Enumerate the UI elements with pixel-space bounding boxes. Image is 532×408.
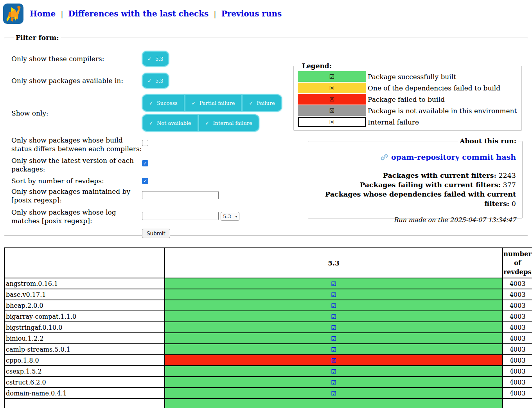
nav-link-differences-with-the-last-checks[interactable]: Differences with the last checks: [68, 9, 209, 18]
legend-item-label: Package successfully built: [368, 73, 456, 81]
build-success-link[interactable]: ☑: [331, 390, 336, 397]
show-only-not-available[interactable]: ✓Not available: [142, 114, 198, 132]
check-icon: ✓: [149, 100, 153, 106]
legend-item: ☒One of the dependencies failed to build: [298, 83, 518, 93]
check-icon: ✓: [149, 120, 153, 126]
nav-links: Home|Differences with the last checks|Pr…: [30, 9, 282, 18]
legend-item-label: Internal failure: [368, 118, 419, 126]
build-success-link[interactable]: ☑: [331, 368, 336, 375]
show-only-button-groups: ✓Success✓Partial failure✓Failure✓Not ava…: [142, 94, 282, 132]
build-status-cell: ☑: [165, 278, 503, 289]
check-icon: ✓: [249, 100, 253, 106]
log-match-label: Only show packages whose log matches [po…: [11, 208, 142, 225]
revdeps-count: [503, 399, 532, 408]
check-icon: ✓: [192, 100, 196, 106]
run-stat-value: 0: [512, 200, 516, 208]
build-status-cell: ☑: [165, 377, 503, 388]
top-nav: Home|Differences with the last checks|Pr…: [3, 3, 529, 24]
package-name: bigstringaf.0.10.0: [4, 322, 165, 333]
build-success-link[interactable]: ☑: [331, 346, 336, 353]
compilers-label: Only show these compilers:: [11, 54, 142, 63]
revdeps-count: 4003: [503, 366, 532, 377]
show-only-internal-failure[interactable]: ✓Internal failure: [198, 114, 259, 132]
compilers-buttons: ✓5.3: [142, 51, 169, 67]
results-header-row: 5.3 number of revdeps: [4, 248, 532, 278]
about-this-run: About this run: opam-repository commit h…: [308, 137, 523, 218]
build-status-cell: ☑: [165, 300, 503, 311]
package-name: cppo.1.8.0: [4, 355, 165, 366]
table-row: csexp.1.5.2☑4003: [4, 366, 532, 377]
filter-checkbox[interactable]: ✓: [142, 178, 148, 184]
build-success-link[interactable]: ☑: [331, 379, 336, 386]
build-success-link[interactable]: ☑: [331, 302, 336, 309]
run-stat-value: 377: [503, 181, 516, 189]
legend-box: Legend: ☑Package successfully built☒One …: [293, 62, 522, 131]
build-success-link[interactable]: ☑: [331, 280, 336, 287]
run-stat-label: Packages whose dependencies failed with …: [325, 190, 516, 208]
table-row: camlp-streams.5.0.1☑4003: [4, 344, 532, 355]
table-row: bheap.2.0.0☑4003: [4, 300, 532, 311]
available-toggle-5.3[interactable]: ✓5.3: [142, 73, 169, 88]
build-success-link[interactable]: ☑: [331, 291, 336, 298]
package-name: domain-name.0.4.1: [4, 388, 165, 399]
legend-color-swatch: ☒: [298, 117, 366, 127]
log-compiler-select[interactable]: 5.3 ▾: [221, 212, 239, 221]
filter-checkbox[interactable]: [142, 140, 148, 146]
package-name: [4, 399, 165, 408]
show-only-success[interactable]: ✓Success: [142, 94, 185, 112]
maintained-label: Only show packages maintained by [posix …: [11, 187, 142, 204]
opam-repo-commit-link-label: opam-repository commit hash: [391, 153, 516, 161]
revdeps-count: 4003: [503, 278, 532, 289]
legend-item: ☒Package failed to build: [298, 94, 518, 105]
build-status-cell: [165, 399, 503, 408]
legend-box-title: Legend:: [300, 62, 334, 70]
opam-repo-commit-link[interactable]: opam-repository commit hash: [380, 153, 516, 161]
compiler-column-header: 5.3: [165, 248, 503, 278]
package-column-header: [4, 248, 165, 278]
maintained-input[interactable]: [142, 191, 219, 199]
run-stat-label: Packages with current filters:: [383, 172, 496, 179]
show-only-group: ✓Success✓Partial failure✓Failure: [142, 94, 282, 112]
check-icon: ✓: [147, 78, 152, 84]
checkbox-label: Only show packages whose build status di…: [11, 136, 142, 153]
nav-link-previous-runs[interactable]: Previous runs: [221, 9, 282, 18]
revdeps-column-header: number of revdeps: [503, 248, 532, 278]
show-only-failure[interactable]: ✓Failure: [242, 94, 282, 112]
package-name: angstrom.0.16.1: [4, 278, 165, 289]
legend-items: ☑Package successfully built☒One of the d…: [298, 71, 518, 127]
run-stat: Packages with current filters: 2243: [315, 171, 516, 180]
available-buttons: ✓5.3: [142, 73, 169, 88]
build-failure-link[interactable]: ☒: [331, 357, 336, 364]
table-row: [4, 399, 532, 408]
build-success-link[interactable]: ☑: [331, 313, 336, 320]
compiler-toggle-5.3[interactable]: ✓5.3: [142, 51, 169, 67]
build-status-cell: ☑: [165, 366, 503, 377]
nav-link-home[interactable]: Home: [30, 9, 56, 18]
legend-color-swatch: ☒: [298, 94, 366, 105]
chevron-down-icon: ▾: [235, 215, 237, 218]
show-only-partial-failure[interactable]: ✓Partial failure: [185, 94, 242, 112]
revdeps-count: 4003: [503, 322, 532, 333]
filter-checkbox[interactable]: ✓: [142, 160, 148, 166]
build-status-cell: ☑: [165, 311, 503, 322]
show-only-label: Show only:: [11, 109, 142, 117]
table-row: bigstringaf.0.10.0☑4003: [4, 322, 532, 333]
revdeps-count: 4003: [503, 355, 532, 366]
log-match-input[interactable]: [142, 212, 219, 220]
table-row: cstruct.6.2.0☑4003: [4, 377, 532, 388]
submit-button[interactable]: Submit: [142, 229, 170, 238]
filter-form-legend: Filter form:: [14, 34, 61, 42]
legend-item: ☑Package successfully built: [298, 71, 518, 82]
checkbox-label: Only show the latest version of each pac…: [11, 156, 142, 173]
build-success-link[interactable]: ☑: [331, 324, 336, 331]
legend-color-swatch: ☒: [298, 83, 366, 93]
about-title: About this run:: [458, 137, 518, 145]
table-row: cppo.1.8.0☒4003: [4, 355, 532, 366]
legend-item: ☒Internal failure: [298, 117, 518, 127]
build-success-link[interactable]: ☑: [331, 335, 336, 342]
legend-color-swatch: ☑: [298, 71, 366, 82]
filter-form: Filter form: Only show these compilers: …: [4, 34, 528, 236]
package-name: cstruct.6.2.0: [4, 377, 165, 388]
build-status-cell: ☑: [165, 322, 503, 333]
run-stats: Packages with current filters: 2243Packa…: [315, 171, 516, 208]
